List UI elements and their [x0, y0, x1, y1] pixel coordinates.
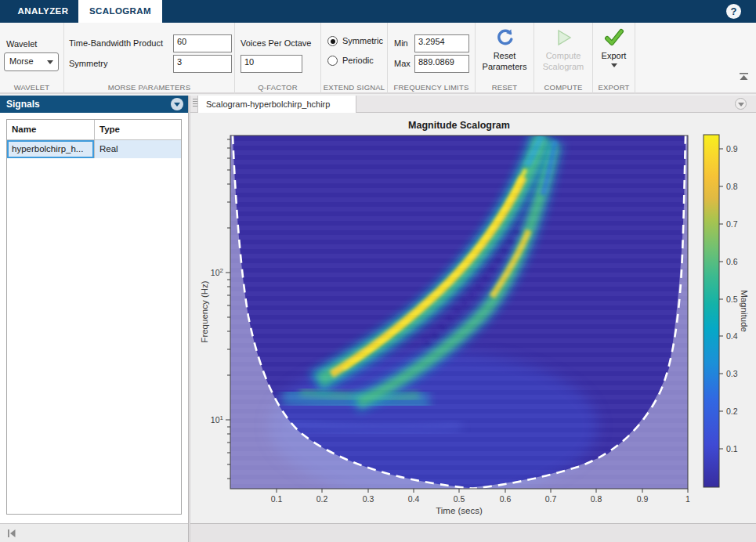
colorbar-ticks — [719, 149, 723, 449]
voices-label: Voices Per Octave — [241, 38, 312, 48]
min-input[interactable]: 3.2954 — [414, 34, 469, 52]
section-label-wavelet: WAVELET — [0, 83, 63, 92]
signal-type-cell[interactable]: Real — [95, 140, 181, 158]
section-label-reset: RESET — [476, 83, 534, 92]
x-tick-label: 0.4 — [408, 494, 420, 504]
wavelet-dropdown[interactable]: Morse — [4, 52, 59, 71]
section-qfactor: Voices Per Octave 10 Q-FACTOR — [235, 23, 321, 94]
colorbar-tick-label: 0.9 — [726, 144, 738, 154]
radio-circle-icon — [327, 56, 338, 66]
tab-analyzer[interactable]: ANALYZER — [8, 0, 78, 23]
app-titlebar: ANALYZER SCALOGRAM ? — [0, 0, 756, 23]
colorbar[interactable] — [704, 135, 719, 487]
x-tick-label: 0.7 — [545, 494, 557, 504]
compute-scalogram-button[interactable]: Compute Scalogram — [534, 26, 592, 72]
signals-panel-statusbar — [0, 523, 188, 542]
section-export: Export EXPORT — [593, 23, 635, 94]
colorbar-tick-label: 0.1 — [726, 444, 738, 453]
x-tick-label: 1 — [685, 494, 690, 504]
tb-product-input[interactable]: 60 — [173, 34, 232, 52]
column-header-name[interactable]: Name — [7, 120, 95, 139]
table-row[interactable]: hyperbolchirp_h... Real — [7, 140, 181, 158]
scalogram-chart: Magnitude Scalogram — [190, 113, 756, 523]
chart-title: Magnitude Scalogram — [408, 120, 510, 131]
document-tab-scalogram[interactable]: Scalogram-hyperbolchirp_hchirp — [197, 96, 356, 113]
help-icon[interactable]: ? — [726, 4, 741, 19]
x-tick-label: 0.3 — [363, 494, 374, 504]
x-axis-tick-labels: 0.1 0.2 0.3 0.4 0.5 0.6 0.7 0.8 0.9 1 — [271, 494, 690, 504]
x-tick-label: 0.1 — [271, 494, 283, 504]
chevron-down-icon — [611, 63, 617, 67]
minimize-toolstrip-icon[interactable] — [738, 72, 750, 82]
wavelet-analyzer-app: ANALYZER SCALOGRAM ? Wavelet Morse WAVEL… — [0, 0, 756, 542]
section-label-qfactor: Q-FACTOR — [235, 83, 320, 92]
symmetry-label: Symmetry — [69, 59, 108, 68]
signals-panel: Signals Name Type hyperbolchirp_h... Rea… — [0, 96, 188, 523]
colorbar-tick-labels: 0.9 0.8 0.7 0.6 0.5 0.4 0.3 0.2 0.1 — [726, 144, 738, 453]
colorbar-tick-label: 0.2 — [726, 406, 738, 416]
wavelet-label: Wavelet — [6, 39, 37, 49]
reset-circular-arrow-icon — [494, 27, 515, 48]
section-wavelet: Wavelet Morse WAVELET — [0, 23, 64, 94]
collapse-panel-icon[interactable] — [6, 528, 17, 539]
x-tick-label: 0.6 — [500, 494, 512, 504]
x-tick-label: 0.5 — [454, 494, 465, 504]
compute-line2: Scalogram — [534, 61, 592, 72]
reset-line1: Reset — [476, 50, 534, 61]
compute-line1: Compute — [534, 50, 592, 61]
document-tabbar: Scalogram-hyperbolchirp_hchirp — [190, 96, 756, 113]
min-label: Min — [394, 38, 408, 48]
x-axis-ticks — [277, 489, 688, 493]
section-label-compute: COMPUTE — [534, 83, 592, 92]
section-extend-signal: Symmetric Periodic EXTEND SIGNAL — [321, 23, 388, 94]
max-input[interactable]: 889.0869 — [414, 55, 469, 73]
scalogram-figure: Magnitude Scalogram — [190, 113, 756, 523]
colorbar-tick-label: 0.7 — [726, 219, 738, 229]
y-tick-label: 102 — [211, 267, 224, 277]
colorbar-tick-label: 0.6 — [726, 257, 738, 266]
export-label: Export — [593, 50, 635, 61]
heatmap-body[interactable] — [230, 136, 688, 500]
colorbar-tick-label: 0.3 — [726, 369, 738, 378]
column-header-type[interactable]: Type — [95, 120, 181, 139]
reset-line2: Parameters — [476, 61, 534, 72]
chevron-down-icon — [47, 60, 53, 64]
x-tick-label: 0.8 — [591, 494, 602, 504]
symmetry-input[interactable]: 3 — [173, 55, 232, 73]
section-reset: Reset Parameters RESET — [476, 23, 534, 94]
section-frequency-limits: Min 3.2954 Max 889.0869 FREQUENCY LIMITS — [388, 23, 476, 94]
section-compute: Compute Scalogram COMPUTE — [534, 23, 593, 94]
section-label-extend: EXTEND SIGNAL — [321, 83, 387, 92]
colorbar-tick-label: 0.5 — [726, 294, 738, 304]
colorbar-label: Magnitude — [740, 290, 749, 332]
colorbar-tick-label: 0.4 — [726, 331, 738, 341]
signal-name-cell[interactable]: hyperbolchirp_h... — [7, 140, 95, 158]
document-menu-icon[interactable] — [735, 98, 747, 110]
document-statusbar — [190, 523, 756, 542]
voices-input[interactable]: 10 — [241, 55, 302, 73]
tb-product-label: Time-Bandwidth Product — [69, 38, 163, 48]
play-triangle-icon — [553, 27, 573, 48]
colorbar-tick-label: 0.8 — [726, 182, 738, 191]
tab-scalogram[interactable]: SCALOGRAM — [78, 0, 162, 23]
signals-panel-menu-icon[interactable] — [171, 98, 183, 110]
reset-parameters-button[interactable]: Reset Parameters — [476, 26, 534, 72]
toolstrip: Wavelet Morse WAVELET Time-Bandwidth Pro… — [0, 23, 756, 94]
signals-table: Name Type hyperbolchirp_h... Real — [6, 119, 182, 515]
signals-table-header: Name Type — [7, 120, 181, 140]
y-axis-ticks — [226, 139, 230, 479]
export-button[interactable]: Export — [593, 26, 635, 67]
y-axis-label: Frequency (Hz) — [200, 280, 209, 342]
signals-panel-title: Signals — [6, 96, 40, 113]
signals-panel-header: Signals — [0, 96, 188, 113]
x-tick-label: 0.2 — [317, 494, 328, 504]
y-tick-label: 101 — [211, 414, 224, 425]
x-axis-label: Time (secs) — [436, 506, 483, 515]
radio-periodic[interactable]: Periodic — [327, 56, 386, 67]
section-label-freq: FREQUENCY LIMITS — [388, 83, 475, 92]
max-label: Max — [394, 59, 411, 68]
radio-periodic-label: Periodic — [342, 56, 374, 65]
section-morse-parameters: Time-Bandwidth Product 60 Symmetry 3 MOR… — [64, 23, 235, 94]
wavelet-dropdown-value: Morse — [9, 56, 34, 66]
radio-symmetric[interactable]: Symmetric — [327, 36, 386, 48]
